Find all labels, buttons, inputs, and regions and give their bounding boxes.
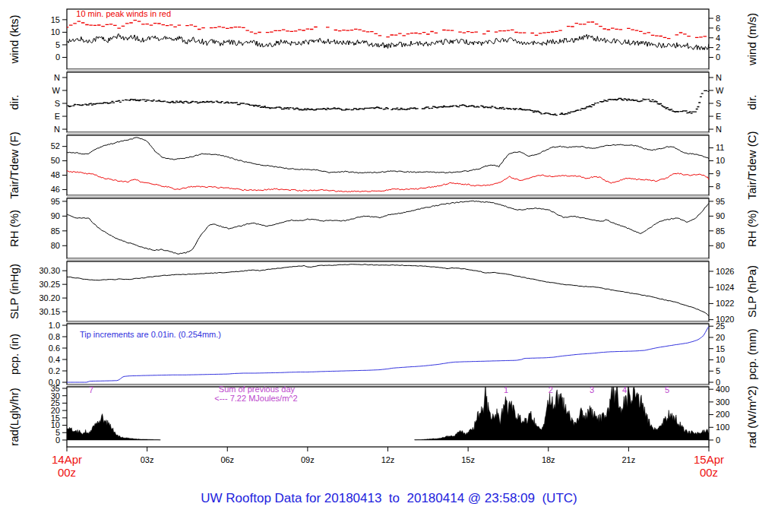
annotation-rad-1: <--- 7.22 MJoules/m^2: [214, 394, 297, 403]
y-tick-label-left-wind: 15: [51, 15, 60, 24]
ylabel-left-temp: Tair/Tdew (F): [8, 131, 21, 198]
y-tick-label-right-pcp: 10: [716, 355, 725, 364]
x-axis-end-date: 15Apr: [682, 453, 735, 466]
y-tick-label-left-pcp: 0.8: [49, 332, 60, 341]
ylabel-left-rh: RH (%): [8, 210, 21, 247]
x-axis-start-date: 14Apr: [40, 453, 93, 466]
meteogram-page: 05101502468wind (kts)wind (m/s)10 min. p…: [0, 0, 778, 532]
y-tick-label-left-dir: W: [52, 86, 61, 95]
y-tick-label-right-rad: 400: [716, 385, 729, 394]
y-tick-label-right-dir: N: [716, 125, 722, 134]
y-tick-label-left-wind: 10: [51, 27, 60, 36]
y-tick-label-right-wind: 6: [716, 24, 720, 33]
x-tick-label: 06z: [220, 455, 234, 464]
y-tick-label-left-temp: 52: [51, 141, 60, 150]
ylabel-left-slp: SLP (inHg): [8, 264, 21, 319]
y-tick-label-right-pcp: 25: [716, 321, 725, 331]
y-tick-label-right-pcp: 15: [716, 344, 725, 353]
y-tick-label-left-pcp: 1.0: [49, 321, 60, 330]
ylabel-right-slp: SLP (hPa): [745, 265, 758, 318]
y-tick-label-left-dir: N: [54, 73, 60, 82]
ylabel-right-rh: RH (%): [745, 210, 758, 247]
panel-frame-slp: [67, 261, 709, 321]
y-tick-label-right-pcp: 20: [716, 333, 725, 342]
y-tick-label-left-pcp: 0.4: [49, 355, 60, 364]
ylabel-right-wind: wind (m/s): [745, 13, 758, 66]
ylabel-left-rad: rad(Lgly/hr): [8, 388, 21, 446]
x-tick-label: 15z: [461, 455, 475, 464]
y-tick-label-left-temp: 50: [51, 156, 60, 165]
annotation-rad-5: 3: [590, 385, 594, 394]
y-tick-label-right-rh: 85: [716, 226, 725, 236]
x-axis-end-label: 15Apr 00z: [682, 453, 735, 479]
y-tick-label-left-temp: 46: [51, 185, 60, 194]
x-tick-label: 03z: [141, 455, 154, 464]
ylabel-left-pcp: pcp. (in): [8, 334, 21, 375]
x-tick-label: 18z: [542, 455, 555, 464]
y-tick-label-right-temp: 10: [716, 156, 725, 165]
y-tick-label-right-wind: 8: [716, 14, 720, 23]
y-tick-label-left-rh: 85: [51, 226, 60, 236]
y-tick-label-right-rad: 200: [716, 410, 729, 419]
y-tick-label-right-dir: E: [716, 112, 721, 121]
ylabel-left-dir: dir.: [8, 94, 21, 109]
y-tick-label-left-wind: 0: [55, 52, 60, 62]
y-tick-label-left-pcp: 0.2: [49, 366, 60, 375]
y-tick-label-right-dir: N: [716, 73, 722, 82]
y-tick-label-right-dir: W: [716, 86, 724, 95]
y-tick-label-right-rad: 100: [716, 423, 729, 432]
y-tick-label-right-rad: 0: [716, 435, 720, 445]
y-tick-label-left-rh: 95: [51, 197, 60, 206]
y-tick-label-left-dir: N: [54, 125, 60, 134]
annotation-rad-4: 2: [549, 385, 553, 394]
annotation-pcp-0: Tip increments are 0.01in. (0.254mm.): [80, 330, 221, 339]
panel-frame-dir: [67, 72, 709, 132]
y-tick-label-right-rad: 300: [716, 397, 729, 407]
rooftop-multipanel-chart: 05101502468wind (kts)wind (m/s)10 min. p…: [0, 0, 778, 532]
annotation-rad-6: 4: [622, 385, 627, 394]
ylabel-right-rad: rad (W/m^2): [745, 385, 758, 448]
panel-gap: [67, 258, 709, 261]
y-tick-label-left-rad: 35: [51, 384, 60, 393]
y-tick-label-left-slp: 30.25: [39, 280, 60, 289]
y-tick-label-left-temp: 48: [51, 170, 60, 179]
y-tick-label-right-slp: 1026: [716, 267, 734, 276]
y-tick-label-right-temp: 11: [716, 143, 724, 152]
y-tick-label-right-rh: 90: [716, 211, 725, 220]
x-axis-start-hour: 00z: [40, 466, 93, 479]
y-tick-label-left-slp: 30.20: [39, 293, 60, 302]
x-tick-label: 12z: [381, 455, 395, 464]
annotation-wind-0: 10 min. peak winds in red: [76, 9, 171, 18]
x-axis-start-label: 14Apr 00z: [40, 453, 93, 479]
y-tick-label-left-rh: 90: [51, 211, 60, 220]
ylabel-right-dir: dir.: [745, 94, 758, 109]
annotation-rad-3: 1: [504, 385, 508, 394]
chart-title: UW Rooftop Data for 20180413 to 20180414…: [0, 491, 778, 506]
y-tick-label-right-temp: 9: [716, 169, 720, 178]
y-tick-label-right-wind: 4: [716, 33, 720, 43]
ylabel-right-pcp: pcp. (mm): [745, 328, 758, 380]
y-tick-label-right-rh: 95: [716, 197, 725, 206]
y-tick-label-right-wind: 2: [716, 43, 720, 52]
y-tick-label-left-pcp: 0.6: [49, 344, 60, 353]
y-tick-label-right-wind: 0: [716, 52, 720, 62]
ylabel-right-temp: Tair/Tdew (C): [745, 131, 758, 199]
panel-gap: [67, 132, 709, 135]
y-tick-label-left-slp: 30.15: [39, 307, 60, 316]
x-tick-label: 09z: [301, 455, 315, 464]
annotation-rad-7: 5: [665, 385, 669, 394]
y-tick-label-right-slp: 1022: [716, 299, 734, 308]
y-tick-label-right-temp: 8: [716, 182, 720, 191]
y-tick-label-left-dir: S: [55, 99, 60, 108]
y-tick-label-right-slp: 1024: [716, 283, 734, 292]
y-tick-label-right-pcp: 5: [716, 366, 720, 375]
ylabel-left-wind: wind (kts): [8, 14, 21, 64]
annotation-rad-2: 7: [89, 385, 93, 394]
y-tick-label-left-slp: 30.30: [39, 266, 60, 275]
x-axis-end-hour: 00z: [682, 466, 735, 479]
y-tick-label-right-dir: S: [716, 99, 721, 108]
panel-gap: [67, 195, 709, 198]
y-tick-label-left-dir: E: [55, 112, 60, 121]
annotation-rad-0: Sum of previous day: [219, 385, 296, 394]
y-tick-label-right-rh: 80: [716, 241, 725, 250]
